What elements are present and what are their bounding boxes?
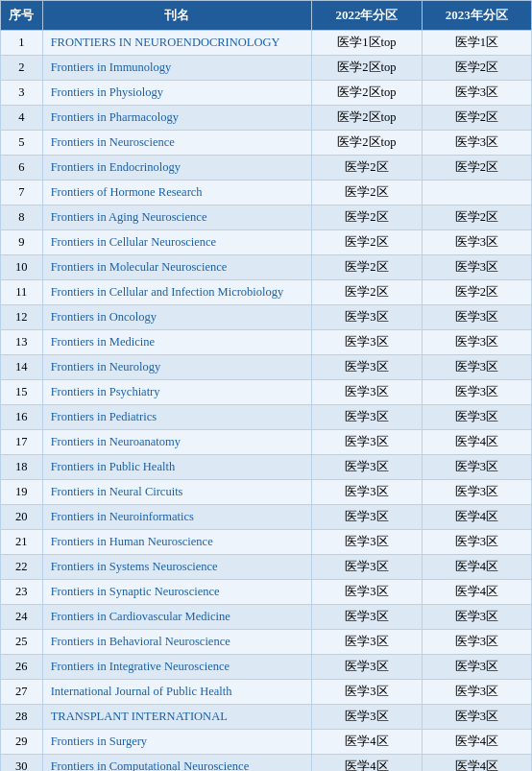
cell-zone-2023: 医学3区	[422, 630, 531, 655]
table-row: 15Frontiers in Psychiatry医学3区医学3区	[1, 380, 532, 405]
table-row: 20Frontiers in Neuroinformatics医学3区医学4区	[1, 505, 532, 530]
cell-zone-2023: 医学3区	[422, 655, 531, 680]
cell-zone-2022: 医学3区	[312, 630, 422, 655]
cell-zone-2023: 医学3区	[422, 405, 531, 430]
cell-title: FRONTIERS IN NEUROENDOCRINOLOGY	[42, 31, 312, 56]
col-header-2022: 2022年分区	[312, 1, 422, 31]
cell-zone-2023: 医学2区	[422, 106, 531, 131]
cell-zone-2023: 医学3区	[422, 530, 531, 555]
cell-zone-2023: 医学3区	[422, 455, 531, 480]
table-row: 1FRONTIERS IN NEUROENDOCRINOLOGY医学1区top医…	[1, 31, 532, 56]
cell-zone-2022: 医学2区	[312, 156, 422, 181]
cell-zone-2023	[422, 181, 531, 205]
cell-num: 2	[1, 56, 43, 81]
cell-zone-2022: 医学3区	[312, 455, 422, 480]
cell-title: Frontiers in Synaptic Neuroscience	[42, 580, 312, 605]
table-row: 8Frontiers in Aging Neuroscience医学2区医学2区	[1, 205, 532, 230]
cell-zone-2023: 医学3区	[422, 480, 531, 505]
cell-zone-2023: 医学4区	[422, 505, 531, 530]
cell-zone-2022: 医学2区top	[312, 56, 422, 81]
cell-num: 12	[1, 305, 43, 330]
cell-title: Frontiers in Systems Neuroscience	[42, 555, 312, 580]
table-row: 26Frontiers in Integrative Neuroscience医…	[1, 655, 532, 680]
cell-zone-2022: 医学2区	[312, 230, 422, 255]
table-row: 21Frontiers in Human Neuroscience医学3区医学3…	[1, 530, 532, 555]
cell-title: Frontiers in Computational Neuroscience	[42, 755, 312, 772]
cell-zone-2022: 医学3区	[312, 580, 422, 605]
table-row: 25Frontiers in Behavioral Neuroscience医学…	[1, 630, 532, 655]
cell-num: 17	[1, 430, 43, 455]
table-row: 4Frontiers in Pharmacology医学2区top医学2区	[1, 106, 532, 131]
cell-zone-2023: 医学2区	[422, 280, 531, 305]
cell-title: Frontiers in Cellular Neuroscience	[42, 230, 312, 255]
col-header-2023: 2023年分区	[422, 1, 531, 31]
cell-zone-2022: 医学3区	[312, 680, 422, 705]
cell-title: Frontiers in Neuroanatomy	[42, 430, 312, 455]
table-header-row: 序号 刊名 2022年分区 2023年分区	[1, 1, 532, 31]
cell-title: Frontiers in Immunology	[42, 56, 312, 81]
cell-num: 24	[1, 605, 43, 630]
cell-num: 21	[1, 530, 43, 555]
table-row: 22Frontiers in Systems Neuroscience医学3区医…	[1, 555, 532, 580]
cell-title: Frontiers in Pediatrics	[42, 405, 312, 430]
table-row: 2Frontiers in Immunology医学2区top医学2区	[1, 56, 532, 81]
journal-table: 序号 刊名 2022年分区 2023年分区 1FRONTIERS IN NEUR…	[0, 0, 532, 771]
cell-zone-2023: 医学3区	[422, 230, 531, 255]
cell-zone-2022: 医学2区	[312, 255, 422, 280]
cell-title: Frontiers in Oncology	[42, 305, 312, 330]
cell-zone-2022: 医学2区	[312, 181, 422, 205]
cell-zone-2022: 医学3区	[312, 705, 422, 730]
cell-num: 8	[1, 205, 43, 230]
cell-zone-2023: 医学3区	[422, 680, 531, 705]
table-row: 11Frontiers in Cellular and Infection Mi…	[1, 280, 532, 305]
cell-zone-2022: 医学3区	[312, 355, 422, 380]
cell-title: Frontiers in Behavioral Neuroscience	[42, 630, 312, 655]
cell-zone-2022: 医学3区	[312, 555, 422, 580]
cell-num: 23	[1, 580, 43, 605]
cell-zone-2022: 医学3区	[312, 405, 422, 430]
table-row: 10Frontiers in Molecular Neuroscience医学2…	[1, 255, 532, 280]
cell-zone-2023: 医学3区	[422, 330, 531, 355]
cell-num: 30	[1, 755, 43, 772]
cell-num: 10	[1, 255, 43, 280]
cell-zone-2022: 医学3区	[312, 530, 422, 555]
cell-title: Frontiers in Psychiatry	[42, 380, 312, 405]
cell-zone-2023: 医学2区	[422, 156, 531, 181]
cell-zone-2023: 医学4区	[422, 730, 531, 755]
cell-title: Frontiers in Cardiovascular Medicine	[42, 605, 312, 630]
table-row: 28TRANSPLANT INTERNATIONAL医学3区医学3区	[1, 705, 532, 730]
cell-num: 25	[1, 630, 43, 655]
table-row: 16Frontiers in Pediatrics医学3区医学3区	[1, 405, 532, 430]
cell-zone-2022: 医学2区top	[312, 106, 422, 131]
cell-zone-2022: 医学4区	[312, 755, 422, 772]
cell-num: 14	[1, 355, 43, 380]
cell-title: Frontiers in Endocrinology	[42, 156, 312, 181]
table-row: 24Frontiers in Cardiovascular Medicine医学…	[1, 605, 532, 630]
cell-zone-2022: 医学2区top	[312, 81, 422, 106]
table-row: 30Frontiers in Computational Neuroscienc…	[1, 755, 532, 772]
cell-num: 9	[1, 230, 43, 255]
table-row: 5Frontiers in Neuroscience医学2区top医学3区	[1, 131, 532, 156]
table-row: 18Frontiers in Public Health医学3区医学3区	[1, 455, 532, 480]
cell-zone-2023: 医学3区	[422, 305, 531, 330]
cell-zone-2023: 医学1区	[422, 31, 531, 56]
cell-zone-2022: 医学3区	[312, 505, 422, 530]
cell-title: Frontiers in Pharmacology	[42, 106, 312, 131]
table-row: 29Frontiers in Surgery医学4区医学4区	[1, 730, 532, 755]
cell-title: International Journal of Public Health	[42, 680, 312, 705]
cell-title: Frontiers in Cellular and Infection Micr…	[42, 280, 312, 305]
cell-zone-2022: 医学2区top	[312, 131, 422, 156]
table-row: 19Frontiers in Neural Circuits医学3区医学3区	[1, 480, 532, 505]
cell-title: Frontiers in Public Health	[42, 455, 312, 480]
cell-zone-2023: 医学4区	[422, 755, 531, 772]
cell-zone-2023: 医学4区	[422, 430, 531, 455]
cell-num: 4	[1, 106, 43, 131]
cell-zone-2023: 医学2区	[422, 205, 531, 230]
cell-title: Frontiers in Surgery	[42, 730, 312, 755]
cell-zone-2022: 医学4区	[312, 730, 422, 755]
cell-num: 3	[1, 81, 43, 106]
cell-num: 22	[1, 555, 43, 580]
cell-zone-2023: 医学3区	[422, 705, 531, 730]
cell-title: Frontiers in Aging Neuroscience	[42, 205, 312, 230]
cell-title: TRANSPLANT INTERNATIONAL	[42, 705, 312, 730]
